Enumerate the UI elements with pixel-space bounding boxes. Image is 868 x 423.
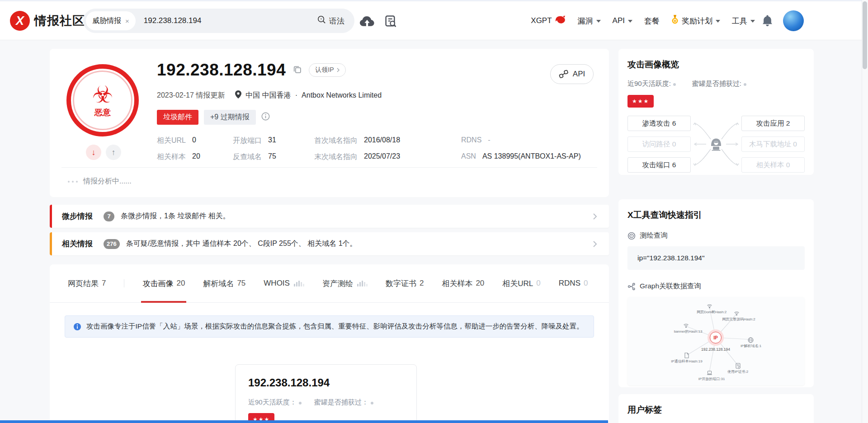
overview-btn-penetration[interactable]: 渗透攻击 6 <box>627 116 691 131</box>
stat-label: 反查域名 <box>233 152 262 162</box>
loading-bars-icon <box>294 281 304 287</box>
tab-related-urls[interactable]: 相关URL0 <box>502 264 540 303</box>
graph-node-radar-icon <box>683 323 689 329</box>
notice-text: 攻击画像专注于IP信誉「入站」场景，根据实际攻击的信息聚合提炼，包含归属、重要特… <box>86 322 584 331</box>
menu-xgpt[interactable]: XGPT <box>531 15 566 27</box>
location-pin-icon <box>235 90 241 100</box>
user-avatar[interactable] <box>783 10 804 31</box>
tooltip-dot-icon[interactable] <box>673 83 676 86</box>
threatbook-intel-bar[interactable]: 微步情报 7 条微步情报，1条 垃圾邮件 相关。 <box>50 205 609 228</box>
close-icon[interactable]: × <box>125 17 129 25</box>
report-search-icon[interactable] <box>384 15 397 29</box>
vote-down-button[interactable]: ↓ <box>86 145 101 160</box>
caret-down-icon <box>596 20 601 23</box>
tabs-row: 网页结果7 攻击画像20 解析域名75 WHOIS 资产测绘 数字证书2 相关样… <box>50 264 609 303</box>
analyzing-text: 情报分析中...... <box>83 177 132 186</box>
stat-value: 2016/08/18 <box>364 136 400 146</box>
tab-related-samples[interactable]: 相关样本20 <box>442 264 484 303</box>
separator-dot: · <box>295 91 297 99</box>
tab-resolved-domains[interactable]: 解析域名75 <box>203 264 245 303</box>
stat-value: 2025/07/23 <box>364 152 400 162</box>
menu-tools-label: 工具 <box>732 16 747 26</box>
info-circle-icon[interactable] <box>261 112 270 122</box>
ip-isp: Antbox Networks Limited <box>302 91 382 99</box>
search-bar[interactable]: 威胁情报 × ? 语法 <box>83 9 354 33</box>
menu-plan[interactable]: 套餐 <box>644 16 660 26</box>
search-input[interactable] <box>144 16 317 25</box>
graph-node-label: 使用IP证书:2 <box>711 369 765 374</box>
graph-preview[interactable]: 网页Dom树Hash:2 网页完整源码Hash:2 banner的Hash:13… <box>627 297 805 385</box>
stat-label: ASN <box>461 152 476 162</box>
notification-bell-icon[interactable] <box>762 15 773 28</box>
graph-center-ip-node[interactable]: IP <box>708 329 724 346</box>
menu-reward-label: 奖励计划 <box>682 16 712 26</box>
vote-up-button[interactable]: ↑ <box>106 145 121 160</box>
tooltip-dot-icon[interactable] <box>744 83 746 86</box>
menu-vuln[interactable]: 漏洞 <box>578 16 601 26</box>
graph-node-label: 网页Dom树Hash:2 <box>684 310 739 315</box>
threat-tag-spam[interactable]: 垃圾邮件 <box>157 110 198 125</box>
graph-center-ip-label: 192.238.128.194 <box>689 347 743 352</box>
graph-node-radar-icon <box>707 303 712 309</box>
menu-reward[interactable]: 奖励计划 <box>671 15 720 27</box>
intel-bar-text: 条可疑/恶意情报，其中 通信样本 20个、 C段IP 255个、 相关域名 1个… <box>126 239 357 249</box>
tab-attack-profile[interactable]: 攻击画像20 <box>142 264 185 303</box>
graph-node-globe-icon <box>748 337 754 343</box>
cloud-upload-icon[interactable] <box>360 15 374 29</box>
analyzing-status: 情报分析中...... <box>68 177 132 186</box>
intel-count-badge: 276 <box>104 239 120 249</box>
syntax-label: 语法 <box>329 16 344 26</box>
honeypot-label: 蜜罐是否捕获过: <box>692 80 746 88</box>
search-scope-tag[interactable]: 威胁情报 × <box>86 11 136 30</box>
survey-query-code[interactable]: ip="192.238.128.194" <box>627 246 805 270</box>
api-button[interactable]: API <box>550 64 594 84</box>
api-link-icon <box>559 69 569 79</box>
menu-api[interactable]: API <box>613 16 632 25</box>
intel-bar-title: 微步情报 <box>62 211 93 221</box>
tooltip-dot-icon[interactable] <box>371 402 373 404</box>
tab-whois[interactable]: WHOIS <box>264 264 304 303</box>
activity-label: 近90天活跃度： <box>248 398 302 407</box>
tab-rdns[interactable]: RDNS0 <box>559 264 588 303</box>
related-intel-bar[interactable]: 相关情报 276 条可疑/恶意情报，其中 通信样本 20个、 C段IP 255个… <box>50 232 609 255</box>
copy-icon[interactable] <box>293 65 302 75</box>
main-menu: XGPT 漏洞 API 套餐 奖励计划 <box>531 1 755 40</box>
accent-bar <box>50 205 52 228</box>
claim-ip-label: 认领IP <box>315 66 334 74</box>
stat-value: - <box>488 136 490 146</box>
profile-ip: 192.238.128.194 <box>248 376 404 389</box>
chevron-right-icon <box>337 68 340 72</box>
tab-certificates[interactable]: 数字证书2 <box>386 264 424 303</box>
overview-btn-related-sample[interactable]: 相关样本 0 <box>741 157 805 173</box>
intel-bar-title: 相关情报 <box>62 239 93 249</box>
detail-tabs-card: 网页结果7 攻击画像20 解析域名75 WHOIS 资产测绘 数字证书2 相关样… <box>50 264 609 423</box>
overview-btn-visit-path[interactable]: 访问路径 0 <box>627 136 691 152</box>
page-scrollbar[interactable] <box>862 0 868 423</box>
bottom-banner-strip <box>0 420 608 423</box>
overview-btn-attack-port[interactable]: 攻击端口 6 <box>627 157 691 173</box>
overview-btn-attacked-app[interactable]: 攻击应用 2 <box>741 116 805 131</box>
expired-intel-tag[interactable]: +9 过期情报 <box>204 110 256 125</box>
scrollbar-thumb[interactable] <box>863 1 867 69</box>
overview-btn-trojan-url[interactable]: 木马下载地址 0 <box>741 136 805 152</box>
syntax-help[interactable]: ? 语法 <box>317 15 344 26</box>
chevron-right-icon <box>593 213 597 220</box>
intel-bar-text: 条微步情报，1条 垃圾邮件 相关。 <box>121 212 230 221</box>
loading-bars-icon <box>357 281 368 287</box>
menu-tools[interactable]: 工具 <box>732 16 755 26</box>
ip-title: 192.238.128.194 <box>157 61 286 80</box>
stat-value: 0 <box>192 136 196 146</box>
graph-node-label: IP通信样本Hash:19 <box>660 359 714 364</box>
tooltip-dot-icon[interactable] <box>299 402 302 404</box>
tab-asset-mapping[interactable]: 资产测绘 <box>322 264 368 303</box>
api-button-label: API <box>573 70 585 79</box>
hacker-icon <box>708 136 724 154</box>
menu-api-label: API <box>613 16 625 25</box>
logo[interactable]: X 情报社区 <box>10 11 85 31</box>
tab-web-results[interactable]: 网页结果7 <box>68 264 106 303</box>
radar-icon <box>627 232 636 240</box>
stat-value: 75 <box>268 152 276 162</box>
graph-node-radar-icon <box>734 310 740 316</box>
claim-ip-button[interactable]: 认领IP <box>309 63 345 77</box>
ip-stats: 相关URL0 开放端口31 首次域名指向2016/08/18 RDNS- 相关样… <box>157 136 546 162</box>
